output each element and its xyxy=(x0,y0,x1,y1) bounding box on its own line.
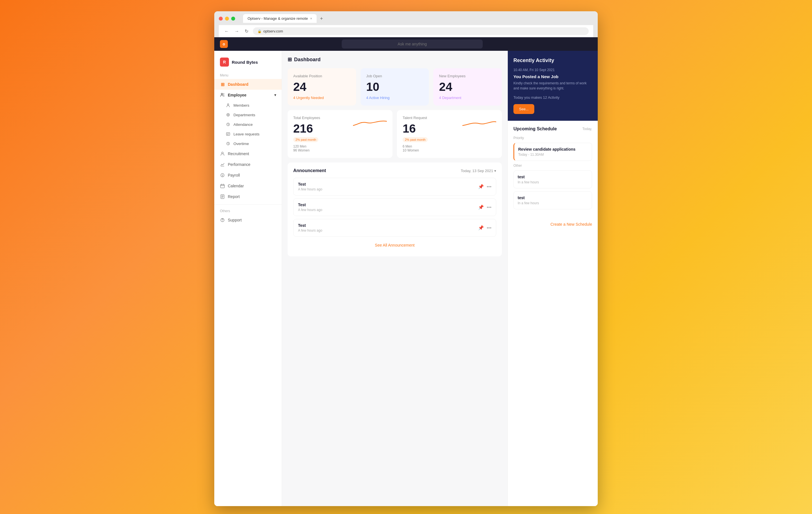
recently-activity-section: Recently Activity 10.40 AM, Fri 10 Sept … xyxy=(508,51,598,121)
see-all-label: See All Announcement xyxy=(375,243,415,247)
sidebar-item-support[interactable]: Support xyxy=(214,215,282,225)
sidebar-item-performance[interactable]: Performance xyxy=(214,159,282,170)
sidebar-item-payroll[interactable]: $ Payroll xyxy=(214,170,282,181)
metric-detail-total-employees: 120 Men96 Women xyxy=(293,144,387,152)
refresh-button[interactable]: ↻ xyxy=(243,27,250,35)
announcement-item-2: Test A few hours ago 📌 ••• xyxy=(293,198,496,216)
stat-sub-job-open: 4 Active Hiring xyxy=(366,96,424,100)
recruitment-label: Recruitment xyxy=(228,152,249,156)
sidebar-item-calendar[interactable]: Calendar xyxy=(214,181,282,191)
performance-label: Performance xyxy=(228,162,250,167)
more-icon[interactable]: ••• xyxy=(487,184,491,189)
departments-icon xyxy=(226,112,231,117)
priority-label: Priority xyxy=(514,136,592,140)
payroll-icon: $ xyxy=(220,173,225,178)
page-title: ⊞ Dashboard xyxy=(288,56,502,63)
leave-requests-label: Leave requests xyxy=(233,132,259,136)
close-button[interactable] xyxy=(219,17,223,21)
pin-icon-3[interactable]: 📌 xyxy=(478,225,484,231)
browser-tab[interactable]: Optserv - Manage & organize remote × xyxy=(243,14,317,23)
announcement-actions-3: 📌 ••• xyxy=(478,225,491,231)
stat-card-available-position: Available Position 24 4 Urgently Needed xyxy=(288,68,356,106)
metric-badge-total-employees: 2% past month xyxy=(293,137,318,142)
logo-letter: o xyxy=(223,42,225,46)
more-icon-3[interactable]: ••• xyxy=(487,225,491,231)
members-icon xyxy=(226,103,231,108)
support-label: Support xyxy=(228,218,242,222)
announcement-title-3: Test xyxy=(298,223,322,228)
svg-point-15 xyxy=(222,221,223,221)
schedule-card-test2: test In a few hours xyxy=(514,191,592,209)
sidebar-item-leave-requests[interactable]: Leave requests xyxy=(217,129,282,139)
pin-icon[interactable]: 📌 xyxy=(478,184,484,189)
stat-label-job-open: Job Open xyxy=(366,74,424,78)
schedule-title-review: Review candidate applications xyxy=(518,147,588,152)
browser-window: Optserv - Manage & organize remote × + ←… xyxy=(214,11,598,506)
metric-card-talent-request: Talent Request 16 2% past month 6 Men10 … xyxy=(397,110,502,158)
sidebar-item-recruitment[interactable]: Recruitment xyxy=(214,148,282,159)
new-tab-button[interactable]: + xyxy=(318,15,325,23)
pin-icon-2[interactable]: 📌 xyxy=(478,205,484,210)
svg-rect-6 xyxy=(226,133,230,135)
svg-point-2 xyxy=(228,104,229,105)
upcoming-schedule-title: Upcoming Schedule xyxy=(514,126,557,132)
announcement-info-2: Test A few hours ago xyxy=(298,202,322,212)
announcement-time-1: A few hours ago xyxy=(298,187,322,191)
stats-row: Available Position 24 4 Urgently Needed … xyxy=(288,68,502,106)
stat-value-job-open: 10 xyxy=(366,81,424,93)
schedule-card-test1: test In a few hours xyxy=(514,170,592,188)
chevron-icon: ▾ xyxy=(494,169,496,173)
url-bar[interactable]: 🔒 optserv.com xyxy=(253,27,589,35)
chevron-down-icon: ▾ xyxy=(274,93,276,97)
create-schedule-button[interactable]: Create a New Schedule xyxy=(550,222,592,226)
content-area: ⊞ Dashboard Available Position 24 4 Urge… xyxy=(282,51,598,506)
sidebar-item-employee[interactable]: Employee ▾ xyxy=(214,90,282,101)
report-label: Report xyxy=(228,194,240,199)
svg-text:$: $ xyxy=(222,174,223,177)
forward-button[interactable]: → xyxy=(233,28,240,35)
search-input[interactable] xyxy=(342,39,483,49)
announcement-item-1: Test A few hours ago 📌 ••• xyxy=(293,178,496,195)
browser-tabs: Optserv - Manage & organize remote × + xyxy=(243,14,325,23)
employee-label: Employee xyxy=(228,93,246,97)
recently-activity-see-button[interactable]: See... xyxy=(514,104,534,114)
recently-activity-job-title: You Posted a New Job xyxy=(514,74,592,79)
members-label: Members xyxy=(233,103,249,107)
schedule-card-priority-1: Review candidate applications Today - 11… xyxy=(514,143,592,161)
other-label: Other xyxy=(514,164,592,168)
calendar-icon xyxy=(220,183,225,188)
sidebar-item-overtime[interactable]: Overtime xyxy=(217,139,282,148)
back-button[interactable]: ← xyxy=(223,28,230,35)
maximize-button[interactable] xyxy=(231,17,235,21)
sidebar-item-attendance[interactable]: Attendance xyxy=(217,119,282,129)
schedule-title-test2: test xyxy=(518,195,588,200)
main-layout: R Round Bytes Menu ⊞ Dashboard xyxy=(214,51,598,506)
sidebar-item-departments[interactable]: Departments xyxy=(217,110,282,119)
svg-rect-12 xyxy=(221,185,225,188)
support-icon xyxy=(220,217,225,223)
more-icon-2[interactable]: ••• xyxy=(487,205,491,210)
stat-sub-new-employees: 4 Department xyxy=(439,96,496,100)
company-avatar: R xyxy=(220,58,229,66)
url-text: optserv.com xyxy=(263,29,283,33)
sidebar-item-members[interactable]: Members xyxy=(217,101,282,110)
sidebar-item-dashboard[interactable]: ⊞ Dashboard xyxy=(214,79,282,90)
stat-card-new-employees: New Employees 24 4 Department xyxy=(433,68,502,106)
announcement-header: Announcement Today, 13 Sep 2021 ▾ xyxy=(293,168,496,173)
payroll-label: Payroll xyxy=(228,173,240,178)
announcement-title: Announcement xyxy=(293,168,326,173)
departments-label: Departments xyxy=(233,113,255,117)
metric-card-total-employees: Total Employees 216 2% past month 120 Me… xyxy=(288,110,393,158)
talent-request-chart xyxy=(462,116,496,130)
sidebar-divider xyxy=(214,204,282,205)
address-bar: ← → ↻ 🔒 optserv.com xyxy=(219,25,593,37)
tab-close-icon[interactable]: × xyxy=(310,17,312,21)
minimize-button[interactable] xyxy=(225,17,229,21)
recently-activity-title: Recently Activity xyxy=(514,58,592,63)
see-all-announcement-button[interactable]: See All Announcement xyxy=(293,240,496,251)
sidebar-item-report[interactable]: Report xyxy=(214,191,282,202)
stat-sub-available-position: 4 Urgently Needed xyxy=(293,96,350,100)
stat-value-new-employees: 24 xyxy=(439,81,496,93)
stat-label-new-employees: New Employees xyxy=(439,74,496,78)
announcement-card: Announcement Today, 13 Sep 2021 ▾ Test A… xyxy=(288,162,502,256)
